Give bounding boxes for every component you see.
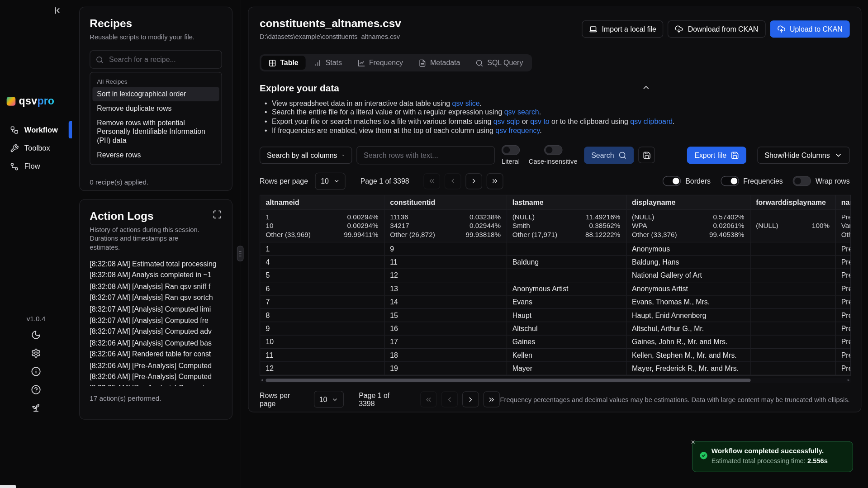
table-row[interactable]: 916AltschulAltschul, Arthur G., Mr.Pre bbox=[260, 322, 851, 335]
scroll-left-arrow[interactable]: ◂ bbox=[261, 378, 263, 383]
rows-per-page-label: Rows per page bbox=[260, 177, 308, 185]
recipe-item[interactable]: Remove duplicate rows bbox=[92, 101, 219, 116]
upload-to-ckan-button[interactable]: Upload to CKAN bbox=[770, 20, 850, 38]
panel-collapse-icon bbox=[52, 5, 62, 15]
log-entry: [8:32:08 AM] Analysis completed in ~1 bbox=[90, 270, 222, 281]
row-search-input[interactable] bbox=[356, 146, 495, 164]
explore-bullet-list: View spreadsheet data in an interactive … bbox=[260, 99, 850, 135]
save-search-button[interactable] bbox=[638, 147, 655, 163]
qsv-to-link[interactable]: qsv to bbox=[530, 117, 549, 125]
toast-subtitle: Estimated total processing time: 2.556s bbox=[711, 457, 846, 465]
table-cell bbox=[507, 269, 626, 282]
table-row[interactable]: 1118KellenKellen, Stephen M., Mr. and Mr… bbox=[260, 349, 851, 362]
table-row[interactable]: 613Anonymous ArtistAnonymous ArtistPre bbox=[260, 282, 851, 295]
cloud-upload-icon bbox=[777, 25, 785, 33]
horizontal-scrollbar[interactable]: ◂ ▸ bbox=[260, 378, 851, 383]
chevron-right-icon bbox=[467, 396, 474, 403]
column-header: constituentid bbox=[384, 195, 506, 209]
case-insensitive-toggle[interactable] bbox=[544, 145, 562, 155]
table-row[interactable]: 815HauptHaupt, Enid AnnenbergPre bbox=[260, 309, 851, 322]
table-cell: Kellen bbox=[507, 349, 626, 362]
borders-toggle[interactable] bbox=[663, 176, 681, 186]
show-hide-columns-button[interactable]: Show/Hide Columns bbox=[758, 147, 850, 164]
literal-toggle[interactable] bbox=[502, 145, 520, 155]
table-cell: Gaines bbox=[507, 335, 626, 348]
search-columns-dropdown[interactable]: Search by all columns bbox=[260, 147, 352, 164]
table-row[interactable]: 1219MayerMayer, Frederick R., Mr. and Mr… bbox=[260, 362, 851, 375]
table-cell: Gaines, John R., Mr. and Mrs. bbox=[626, 335, 750, 348]
toggle-label: Frequencies bbox=[743, 177, 783, 185]
recipe-item[interactable]: Reverse rows bbox=[92, 148, 219, 162]
download-from-ckan-button[interactable]: Download from CKAN bbox=[668, 20, 766, 38]
data-panel: constituents_altnames.csv D:\datasets\ex… bbox=[248, 7, 861, 412]
qsv-slice-link[interactable]: qsv slice bbox=[452, 99, 480, 107]
data-table-container: altnameidconstituentidlastnamedisplaynam… bbox=[260, 194, 851, 376]
frequency-cell: (NULL)100% bbox=[750, 209, 835, 242]
theme-toggle-button[interactable] bbox=[31, 330, 41, 340]
help-button[interactable] bbox=[31, 385, 41, 395]
table-cell: 19 bbox=[384, 362, 506, 375]
qsv-clipboard-link[interactable]: qsv clipboard bbox=[630, 117, 673, 125]
previous-page-button[interactable] bbox=[441, 392, 458, 407]
frequency-cell: (NULL)11.49216%Smith0.38562%Other (17,97… bbox=[507, 209, 626, 242]
toggle-label: Case-insensitive bbox=[529, 157, 578, 165]
import-local-file-button[interactable]: Import a local file bbox=[582, 20, 664, 38]
table-cell: 1 bbox=[260, 242, 384, 256]
log-list[interactable]: [8:32:08 AM] Estimated total processing … bbox=[90, 259, 222, 386]
tab-metadata[interactable]: Metadata bbox=[411, 56, 467, 70]
table-cell: 11 bbox=[260, 349, 384, 362]
table-row[interactable]: 714EvansEvans, Thomas M., Mrs.Pre bbox=[260, 295, 851, 308]
rows-per-page-select[interactable]: 10 bbox=[313, 391, 344, 408]
recipe-group-label: All Recipes bbox=[92, 75, 219, 87]
info-button[interactable] bbox=[31, 366, 41, 376]
logo-text: qsvpro bbox=[19, 95, 54, 108]
previous-page-button[interactable] bbox=[445, 173, 461, 189]
sidebar-item-toolbox[interactable]: Toolbox bbox=[0, 139, 72, 157]
next-page-button[interactable] bbox=[462, 392, 479, 407]
last-page-button[interactable] bbox=[484, 392, 500, 407]
qsv-frequency-link[interactable]: qsv frequency bbox=[495, 126, 540, 134]
table-row[interactable]: 512National Gallery of ArtPre bbox=[260, 269, 851, 282]
chevron-left-icon bbox=[446, 396, 454, 403]
sidebar-item-label: Toolbox bbox=[24, 144, 50, 152]
recipe-item[interactable]: Sort in lexicographical order bbox=[92, 87, 219, 101]
tab-frequency[interactable]: Frequency bbox=[350, 56, 410, 70]
recipe-item[interactable]: Remove rows with potential Personally Id… bbox=[92, 116, 219, 148]
recipes-panel: Recipes Reusable scripts to modify your … bbox=[79, 7, 232, 191]
table-cell: Mayer bbox=[507, 362, 626, 375]
wrap-rows-toggle[interactable] bbox=[793, 176, 811, 186]
toast-notification: × Workflow completed successfully. Estim… bbox=[692, 441, 853, 472]
collapse-section-button[interactable] bbox=[642, 83, 651, 92]
scroll-right-arrow[interactable]: ▸ bbox=[848, 378, 850, 383]
file-path: D:\datasets\example\constituents_altname… bbox=[260, 33, 401, 40]
recipe-search-input[interactable] bbox=[108, 55, 216, 64]
sidebar-item-workflow[interactable]: Workflow bbox=[0, 121, 72, 139]
first-page-button[interactable] bbox=[423, 173, 440, 189]
rows-per-page-select[interactable]: 10 bbox=[315, 172, 346, 190]
sidebar-item-flow[interactable]: Flow bbox=[0, 157, 72, 175]
panel-resize-handle[interactable] bbox=[237, 246, 244, 261]
search-button[interactable]: Search bbox=[584, 147, 634, 164]
tab-stats[interactable]: Stats bbox=[307, 56, 349, 70]
qsv-sqlp-link[interactable]: qsv sqlp bbox=[493, 117, 520, 125]
expand-logs-button[interactable] bbox=[213, 210, 222, 219]
last-page-button[interactable] bbox=[487, 173, 503, 189]
scrollbar-thumb[interactable] bbox=[266, 379, 750, 382]
sidebar-collapse-button[interactable] bbox=[52, 5, 62, 15]
table-row[interactable]: 19AnonymousPre bbox=[260, 242, 851, 256]
tab-table[interactable]: Table bbox=[261, 56, 306, 70]
frequency-line: Other (17,971)88.12222% bbox=[512, 230, 621, 239]
search-icon bbox=[618, 151, 626, 159]
table-row[interactable]: 1017GainesGaines, John R., Mr. and Mrs.P… bbox=[260, 335, 851, 348]
sprout-button[interactable] bbox=[31, 403, 41, 413]
toast-close-button[interactable]: × bbox=[691, 438, 695, 445]
qsv-search-link[interactable]: qsv search bbox=[504, 108, 539, 116]
table-row[interactable]: 411BaldungBaldung, HansPre bbox=[260, 256, 851, 269]
settings-button[interactable] bbox=[31, 348, 41, 358]
export-file-button[interactable]: Export file bbox=[687, 147, 746, 164]
next-page-button[interactable] bbox=[465, 173, 482, 189]
app-logo: qsvpro bbox=[7, 95, 54, 108]
tab-sql-query[interactable]: SQL Query bbox=[469, 56, 531, 70]
first-page-button[interactable] bbox=[420, 392, 437, 407]
frequencies-toggle[interactable] bbox=[721, 176, 739, 186]
